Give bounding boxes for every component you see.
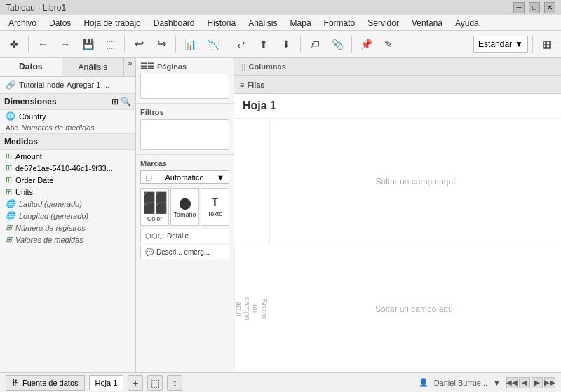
toolbar-label-btn[interactable]: 🏷 — [305, 34, 325, 54]
tab-analisis[interactable]: Análisis — [62, 58, 125, 76]
standard-dropdown[interactable]: Estándar ▼ — [473, 36, 528, 53]
menu-formato[interactable]: Formato — [318, 15, 361, 31]
minimize-button[interactable]: ─ — [513, 2, 525, 13]
toolbar-sep-1 — [28, 36, 29, 53]
toolbar-back-btn[interactable]: ← — [33, 34, 53, 54]
sort-sheets-btn[interactable]: ↕ — [167, 375, 182, 391]
sheet-tab[interactable]: Hoja 1 — [89, 375, 124, 391]
menu-servidor[interactable]: Servidor — [362, 15, 405, 31]
toolbar-view-btn[interactable]: ▦ — [537, 34, 557, 54]
columns-shelf-label[interactable]: Columnas — [249, 62, 286, 71]
toolbar-new-btn[interactable]: ⬚ — [100, 34, 120, 54]
menu-ventana[interactable]: Ventana — [406, 15, 448, 31]
meas-units[interactable]: ⊞ Units — [0, 186, 135, 198]
rows-shelf: ≡ Filas — [234, 76, 561, 94]
marks-size-btn[interactable]: ⬤ Tamaño — [170, 188, 199, 226]
user-dropdown-icon[interactable]: ▼ — [493, 379, 501, 387]
globe-lat-icon: 🌐 — [6, 199, 15, 208]
meas-registros[interactable]: ⊞ Número de registros — [0, 222, 135, 234]
status-bar: 🗄 Fuente de datos Hoja 1 + ⬚ ↕ 👤 Daniel … — [0, 372, 561, 392]
toolbar-sep-3 — [175, 36, 176, 53]
toolbar-sort-desc-btn[interactable]: ⬇ — [276, 34, 296, 54]
menu-analisis[interactable]: Análisis — [243, 15, 283, 31]
meas-orderdate[interactable]: ⊞ Order Date — [0, 174, 135, 186]
meas-latitud[interactable]: 🌐 Latitud (generado) — [0, 198, 135, 210]
nav-first-btn[interactable]: ◀◀ — [506, 377, 518, 388]
panel-expand-icon[interactable]: » — [124, 58, 135, 69]
toolbar-forward-btn[interactable]: → — [55, 34, 75, 54]
nav-prev-btn[interactable]: ◀ — [519, 377, 530, 388]
dimensions-icons: ⊞ 🔍 — [111, 97, 131, 107]
toolbar-sep-2 — [124, 36, 125, 53]
dimensions-search-icon[interactable]: 🔍 — [121, 97, 131, 107]
toolbar-redo-btn[interactable]: ↪ — [151, 34, 171, 54]
toolbar-undo-btn[interactable]: ↩ — [129, 34, 149, 54]
tab-datos[interactable]: Datos — [0, 58, 62, 76]
filters-drop-area[interactable] — [140, 119, 229, 150]
add-sheet-btn[interactable]: + — [128, 375, 143, 391]
toolbar-home-btn[interactable]: ✤ — [4, 34, 24, 54]
text-t-icon: T — [212, 196, 219, 209]
hash-units-icon: ⊞ — [6, 187, 12, 196]
toolbar-edit-btn[interactable]: ✎ — [379, 34, 398, 54]
datasource-item[interactable]: 🔗 Tutorial-node-Agregar 1-... — [0, 77, 135, 93]
drop-left-text: Soltaruncampoaquí — [236, 297, 269, 320]
pages-drop-area[interactable] — [140, 74, 229, 99]
marks-detail-btn[interactable]: ⬡⬡⬡ Detalle — [140, 229, 229, 243]
datasource-tab-icon: 🗄 — [12, 379, 20, 387]
hash-reg-icon: ⊞ — [6, 223, 12, 232]
title-bar: Tableau - Libro1 ─ □ ✕ — [0, 0, 561, 15]
toolbar-chart-btn[interactable]: 📊 — [180, 34, 200, 54]
menu-hoja[interactable]: Hoja de trabajo — [78, 15, 146, 31]
drop-hint-top[interactable]: Soltar un campo aquí — [269, 119, 561, 245]
toolbar-sort-asc-btn[interactable]: ⬆ — [254, 34, 273, 54]
menu-archivo[interactable]: Archivo — [3, 15, 42, 31]
close-button[interactable]: ✕ — [544, 2, 555, 13]
meas-valores-label: Valores de medidas — [15, 236, 83, 244]
meas-longitud[interactable]: 🌐 Longitud (generado) — [0, 210, 135, 222]
toolbar-sep-6 — [351, 36, 352, 53]
toolbar-save-btn[interactable]: 💾 — [78, 34, 97, 54]
toolbar-chart2-btn[interactable]: 📉 — [203, 34, 222, 54]
duplicate-sheet-btn[interactable]: ⬚ — [147, 375, 163, 391]
menu-ayuda[interactable]: Ayuda — [450, 15, 485, 31]
menu-dashboard[interactable]: Dashboard — [148, 15, 201, 31]
marks-detail-label: Detalle — [167, 232, 189, 240]
filters-title: Filtros — [140, 108, 164, 116]
marks-dropdown[interactable]: ⬚ Automático ▼ — [140, 170, 229, 184]
menu-mapa[interactable]: Mapa — [285, 15, 317, 31]
meas-registros-label: Número de registros — [15, 224, 86, 232]
marks-size-label: Tamaño — [173, 211, 196, 218]
dimensions-grid-icon[interactable]: ⊞ — [111, 97, 119, 107]
dim-country[interactable]: 🌐 Country — [0, 110, 135, 122]
meas-amount-label: Amount — [15, 152, 42, 161]
datasource-icon: 🔗 — [6, 80, 16, 90]
canvas-panel: ||| Columnas ≡ Filas Hoja 1 Soltar un ca… — [234, 58, 561, 372]
toolbar-pin-btn[interactable]: 📌 — [356, 34, 376, 54]
nav-last-btn[interactable]: ▶▶ — [544, 377, 555, 388]
nav-next-btn[interactable]: ▶ — [532, 377, 543, 388]
panel-tabs: Datos Análisis » — [0, 58, 135, 77]
drop-hint-main[interactable]: Soltar un campo aquí — [269, 245, 561, 372]
measures-title: Medidas — [4, 137, 38, 147]
marks-color-btn[interactable]: ⬛⬛⬛⬛ Color — [140, 188, 169, 226]
datasource-tab[interactable]: 🗄 Fuente de datos — [6, 375, 85, 391]
meas-amount[interactable]: ⊞ Amount — [0, 150, 135, 162]
marks-color-label: Color — [147, 215, 163, 222]
marks-section: Marcas ⬚ Automático ▼ ⬛⬛⬛⬛ Color ⬤ Tamañ… — [136, 155, 234, 372]
maximize-button[interactable]: □ — [529, 2, 540, 13]
meas-valores[interactable]: ⊞ Valores de medidas — [0, 234, 135, 245]
rows-shelf-label[interactable]: Filas — [247, 81, 264, 89]
meas-units-label: Units — [15, 188, 33, 196]
menu-datos[interactable]: Datos — [43, 15, 76, 31]
toolbar-swap-btn[interactable]: ⇄ — [231, 34, 251, 54]
meas-uuid[interactable]: ⊞ de67e1ae-5410-46c1-9f33... — [0, 162, 135, 174]
toolbar-sep-5 — [300, 36, 301, 53]
dim-nombres[interactable]: Abc Nombres de medidas — [0, 122, 135, 133]
dim-country-label: Country — [19, 112, 46, 121]
toolbar-clip-btn[interactable]: 📎 — [327, 34, 347, 54]
marks-text-btn[interactable]: T Texto — [201, 188, 229, 226]
marks-text-label: Texto — [208, 210, 223, 217]
menu-historia[interactable]: Historia — [201, 15, 241, 31]
marks-tooltip-btn[interactable]: 💬 Descri... emerg... — [140, 245, 229, 259]
